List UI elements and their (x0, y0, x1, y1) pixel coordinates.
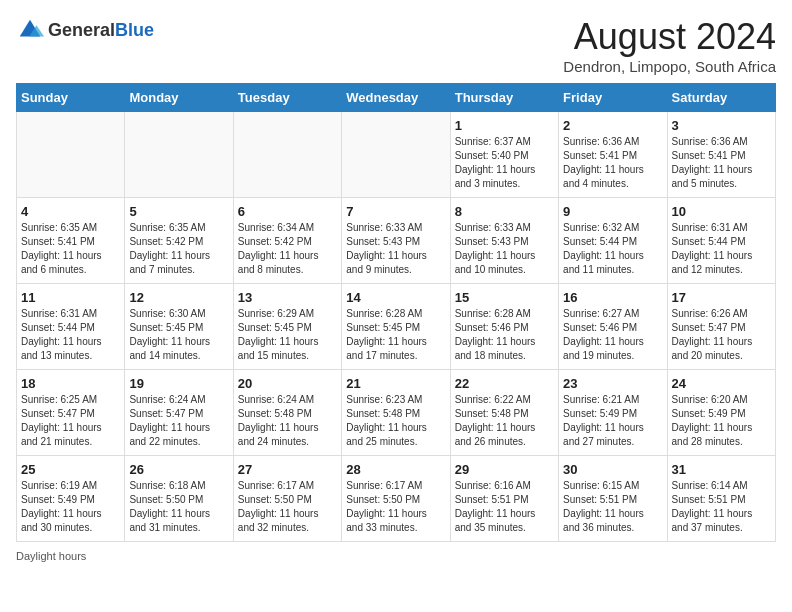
day-number: 15 (455, 290, 554, 305)
column-header-friday: Friday (559, 84, 667, 112)
day-detail: Sunrise: 6:36 AMSunset: 5:41 PMDaylight:… (672, 135, 771, 191)
day-detail: Sunrise: 6:22 AMSunset: 5:48 PMDaylight:… (455, 393, 554, 449)
day-detail: Sunrise: 6:25 AMSunset: 5:47 PMDaylight:… (21, 393, 120, 449)
calendar-table: SundayMondayTuesdayWednesdayThursdayFrid… (16, 83, 776, 542)
calendar-cell (125, 112, 233, 198)
logo-blue-text: Blue (115, 20, 154, 40)
calendar-cell: 8Sunrise: 6:33 AMSunset: 5:43 PMDaylight… (450, 198, 558, 284)
day-number: 31 (672, 462, 771, 477)
calendar-cell: 5Sunrise: 6:35 AMSunset: 5:42 PMDaylight… (125, 198, 233, 284)
day-number: 22 (455, 376, 554, 391)
page-header: GeneralBlue August 2024 Dendron, Limpopo… (16, 16, 776, 75)
week-row-3: 18Sunrise: 6:25 AMSunset: 5:47 PMDayligh… (17, 370, 776, 456)
calendar-cell: 18Sunrise: 6:25 AMSunset: 5:47 PMDayligh… (17, 370, 125, 456)
day-detail: Sunrise: 6:28 AMSunset: 5:45 PMDaylight:… (346, 307, 445, 363)
calendar-cell: 30Sunrise: 6:15 AMSunset: 5:51 PMDayligh… (559, 456, 667, 542)
day-number: 26 (129, 462, 228, 477)
calendar-cell: 3Sunrise: 6:36 AMSunset: 5:41 PMDaylight… (667, 112, 775, 198)
day-number: 13 (238, 290, 337, 305)
week-row-4: 25Sunrise: 6:19 AMSunset: 5:49 PMDayligh… (17, 456, 776, 542)
day-detail: Sunrise: 6:35 AMSunset: 5:41 PMDaylight:… (21, 221, 120, 277)
day-number: 3 (672, 118, 771, 133)
calendar-cell: 23Sunrise: 6:21 AMSunset: 5:49 PMDayligh… (559, 370, 667, 456)
calendar-cell: 24Sunrise: 6:20 AMSunset: 5:49 PMDayligh… (667, 370, 775, 456)
calendar-cell: 22Sunrise: 6:22 AMSunset: 5:48 PMDayligh… (450, 370, 558, 456)
calendar-cell: 21Sunrise: 6:23 AMSunset: 5:48 PMDayligh… (342, 370, 450, 456)
day-number: 28 (346, 462, 445, 477)
calendar-header-row: SundayMondayTuesdayWednesdayThursdayFrid… (17, 84, 776, 112)
title-area: August 2024 Dendron, Limpopo, South Afri… (563, 16, 776, 75)
calendar-cell: 17Sunrise: 6:26 AMSunset: 5:47 PMDayligh… (667, 284, 775, 370)
logo-icon (16, 16, 44, 44)
week-row-1: 4Sunrise: 6:35 AMSunset: 5:41 PMDaylight… (17, 198, 776, 284)
column-header-wednesday: Wednesday (342, 84, 450, 112)
calendar-cell: 15Sunrise: 6:28 AMSunset: 5:46 PMDayligh… (450, 284, 558, 370)
calendar-cell: 10Sunrise: 6:31 AMSunset: 5:44 PMDayligh… (667, 198, 775, 284)
day-number: 8 (455, 204, 554, 219)
day-detail: Sunrise: 6:20 AMSunset: 5:49 PMDaylight:… (672, 393, 771, 449)
day-detail: Sunrise: 6:16 AMSunset: 5:51 PMDaylight:… (455, 479, 554, 535)
calendar-cell: 25Sunrise: 6:19 AMSunset: 5:49 PMDayligh… (17, 456, 125, 542)
calendar-cell: 31Sunrise: 6:14 AMSunset: 5:51 PMDayligh… (667, 456, 775, 542)
day-detail: Sunrise: 6:31 AMSunset: 5:44 PMDaylight:… (672, 221, 771, 277)
calendar-footer: Daylight hours (16, 550, 776, 562)
day-number: 27 (238, 462, 337, 477)
day-detail: Sunrise: 6:37 AMSunset: 5:40 PMDaylight:… (455, 135, 554, 191)
location-subtitle: Dendron, Limpopo, South Africa (563, 58, 776, 75)
day-detail: Sunrise: 6:33 AMSunset: 5:43 PMDaylight:… (346, 221, 445, 277)
day-number: 17 (672, 290, 771, 305)
calendar-cell: 1Sunrise: 6:37 AMSunset: 5:40 PMDaylight… (450, 112, 558, 198)
day-detail: Sunrise: 6:31 AMSunset: 5:44 PMDaylight:… (21, 307, 120, 363)
calendar-cell: 4Sunrise: 6:35 AMSunset: 5:41 PMDaylight… (17, 198, 125, 284)
day-detail: Sunrise: 6:36 AMSunset: 5:41 PMDaylight:… (563, 135, 662, 191)
column-header-thursday: Thursday (450, 84, 558, 112)
day-number: 20 (238, 376, 337, 391)
day-detail: Sunrise: 6:32 AMSunset: 5:44 PMDaylight:… (563, 221, 662, 277)
day-number: 21 (346, 376, 445, 391)
logo-general-text: General (48, 20, 115, 40)
day-detail: Sunrise: 6:19 AMSunset: 5:49 PMDaylight:… (21, 479, 120, 535)
day-detail: Sunrise: 6:35 AMSunset: 5:42 PMDaylight:… (129, 221, 228, 277)
calendar-cell: 6Sunrise: 6:34 AMSunset: 5:42 PMDaylight… (233, 198, 341, 284)
calendar-cell: 12Sunrise: 6:30 AMSunset: 5:45 PMDayligh… (125, 284, 233, 370)
day-detail: Sunrise: 6:24 AMSunset: 5:48 PMDaylight:… (238, 393, 337, 449)
day-number: 25 (21, 462, 120, 477)
day-number: 12 (129, 290, 228, 305)
day-number: 14 (346, 290, 445, 305)
day-number: 1 (455, 118, 554, 133)
calendar-cell (17, 112, 125, 198)
day-number: 4 (21, 204, 120, 219)
calendar-cell: 14Sunrise: 6:28 AMSunset: 5:45 PMDayligh… (342, 284, 450, 370)
month-year-title: August 2024 (563, 16, 776, 58)
calendar-cell: 26Sunrise: 6:18 AMSunset: 5:50 PMDayligh… (125, 456, 233, 542)
day-detail: Sunrise: 6:34 AMSunset: 5:42 PMDaylight:… (238, 221, 337, 277)
day-detail: Sunrise: 6:21 AMSunset: 5:49 PMDaylight:… (563, 393, 662, 449)
day-number: 9 (563, 204, 662, 219)
day-detail: Sunrise: 6:14 AMSunset: 5:51 PMDaylight:… (672, 479, 771, 535)
calendar-cell: 20Sunrise: 6:24 AMSunset: 5:48 PMDayligh… (233, 370, 341, 456)
day-number: 24 (672, 376, 771, 391)
day-number: 18 (21, 376, 120, 391)
day-detail: Sunrise: 6:23 AMSunset: 5:48 PMDaylight:… (346, 393, 445, 449)
day-detail: Sunrise: 6:29 AMSunset: 5:45 PMDaylight:… (238, 307, 337, 363)
calendar-cell (233, 112, 341, 198)
logo: GeneralBlue (16, 16, 154, 44)
calendar-cell: 7Sunrise: 6:33 AMSunset: 5:43 PMDaylight… (342, 198, 450, 284)
day-number: 30 (563, 462, 662, 477)
calendar-cell: 9Sunrise: 6:32 AMSunset: 5:44 PMDaylight… (559, 198, 667, 284)
week-row-2: 11Sunrise: 6:31 AMSunset: 5:44 PMDayligh… (17, 284, 776, 370)
day-number: 29 (455, 462, 554, 477)
day-detail: Sunrise: 6:33 AMSunset: 5:43 PMDaylight:… (455, 221, 554, 277)
calendar-cell: 28Sunrise: 6:17 AMSunset: 5:50 PMDayligh… (342, 456, 450, 542)
day-number: 16 (563, 290, 662, 305)
day-number: 5 (129, 204, 228, 219)
day-detail: Sunrise: 6:30 AMSunset: 5:45 PMDaylight:… (129, 307, 228, 363)
day-detail: Sunrise: 6:26 AMSunset: 5:47 PMDaylight:… (672, 307, 771, 363)
day-number: 10 (672, 204, 771, 219)
day-detail: Sunrise: 6:28 AMSunset: 5:46 PMDaylight:… (455, 307, 554, 363)
day-detail: Sunrise: 6:27 AMSunset: 5:46 PMDaylight:… (563, 307, 662, 363)
calendar-cell: 2Sunrise: 6:36 AMSunset: 5:41 PMDaylight… (559, 112, 667, 198)
calendar-cell: 13Sunrise: 6:29 AMSunset: 5:45 PMDayligh… (233, 284, 341, 370)
day-detail: Sunrise: 6:17 AMSunset: 5:50 PMDaylight:… (238, 479, 337, 535)
day-detail: Sunrise: 6:17 AMSunset: 5:50 PMDaylight:… (346, 479, 445, 535)
